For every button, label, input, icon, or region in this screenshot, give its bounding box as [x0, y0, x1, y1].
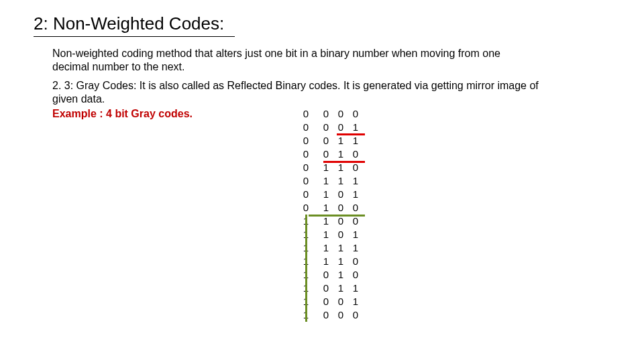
gray-code-bit: 0 — [299, 147, 313, 161]
gray-code-bit: 1 — [319, 255, 333, 268]
gray-code-bit: 0 — [348, 308, 363, 322]
gray-code-row: 0001 — [299, 121, 363, 134]
gray-code-bit: 1 — [333, 268, 348, 282]
paragraph-intro: Non-weighted coding method that alters j… — [52, 47, 508, 74]
reflection-line-3 — [309, 215, 365, 217]
gray-code-row: 1100 — [299, 215, 363, 228]
gray-code-bit: 1 — [319, 201, 333, 215]
gray-code-bit: 0 — [319, 134, 333, 147]
gray-code-bit: 1 — [319, 174, 333, 188]
gray-code-bit: 1 — [348, 134, 363, 147]
gray-code-bit: 0 — [333, 107, 348, 121]
gray-code-row: 1111 — [299, 241, 363, 255]
gray-code-bit: 0 — [319, 308, 333, 322]
gray-code-bit: 0 — [319, 107, 333, 121]
gray-code-bit: 1 — [333, 134, 348, 147]
gray-code-row: 1101 — [299, 228, 363, 241]
gray-code-bit: 0 — [319, 268, 333, 282]
gray-code-bit: 1 — [319, 241, 333, 255]
reflection-line-vertical — [305, 215, 307, 322]
gray-code-bit: 0 — [299, 107, 313, 121]
gray-code-bit: 0 — [333, 228, 348, 241]
gray-code-row: 1011 — [299, 282, 363, 295]
gray-code-bit: 0 — [348, 268, 363, 282]
paragraph-gray-codes: 2. 3: Gray Codes: It is also called as R… — [52, 79, 549, 106]
reflection-line-1 — [337, 133, 365, 135]
gray-code-row: 1010 — [299, 268, 363, 282]
gray-code-row: 0100 — [299, 201, 363, 215]
gray-code-bit: 1 — [319, 228, 333, 241]
gray-code-bit: 0 — [348, 107, 363, 121]
gray-code-bit: 0 — [319, 121, 333, 134]
gray-code-bit: 0 — [299, 174, 313, 188]
gray-code-bit: 0 — [348, 161, 363, 174]
gray-code-bit: 0 — [333, 215, 348, 228]
gray-code-bit: 1 — [319, 215, 333, 228]
gray-code-bit: 1 — [333, 255, 348, 268]
gray-code-row: 0010 — [299, 147, 363, 161]
gray-code-bit: 0 — [348, 147, 363, 161]
title-underline — [34, 36, 235, 37]
gray-code-row: 0111 — [299, 174, 363, 188]
gray-code-bit: 1 — [333, 161, 348, 174]
gray-code-bit: 0 — [333, 295, 348, 308]
gray-code-bit: 1 — [319, 188, 333, 201]
gray-code-bit: 0 — [319, 282, 333, 295]
gray-code-bit: 0 — [319, 147, 333, 161]
gray-code-bit: 1 — [333, 174, 348, 188]
gray-code-bit: 0 — [348, 215, 363, 228]
gray-code-bit: 1 — [348, 228, 363, 241]
gray-code-bit: 1 — [333, 241, 348, 255]
gray-code-bit: 1 — [348, 188, 363, 201]
gray-code-bit: 0 — [319, 295, 333, 308]
gray-code-bit: 1 — [319, 161, 333, 174]
gray-code-bit: 0 — [299, 188, 313, 201]
gray-code-row: 1110 — [299, 255, 363, 268]
gray-code-bit: 0 — [299, 201, 313, 215]
slide: 2: Non-Weighted Codes: Non-weighted codi… — [0, 0, 644, 362]
gray-code-row: 0000 — [299, 107, 363, 121]
gray-code-row: 1001 — [299, 295, 363, 308]
reflection-line-2 — [323, 161, 365, 163]
gray-code-row: 1000 — [299, 308, 363, 322]
gray-code-bit: 1 — [348, 295, 363, 308]
gray-code-bit: 0 — [348, 201, 363, 215]
gray-code-bit: 0 — [333, 201, 348, 215]
slide-title: 2: Non-Weighted Codes: — [34, 13, 224, 34]
gray-code-bit: 0 — [299, 161, 313, 174]
gray-code-bit: 1 — [348, 282, 363, 295]
example-label: Example : 4 bit Gray codes. — [52, 108, 193, 120]
gray-code-bit: 0 — [348, 255, 363, 268]
gray-code-bit: 1 — [333, 147, 348, 161]
gray-code-row: 0110 — [299, 161, 363, 174]
gray-code-bit: 0 — [299, 134, 313, 147]
gray-code-bit: 1 — [348, 174, 363, 188]
gray-code-bit: 1 — [333, 282, 348, 295]
gray-code-bit: 0 — [333, 188, 348, 201]
gray-code-bit: 1 — [348, 121, 363, 134]
gray-code-bit: 0 — [333, 121, 348, 134]
gray-code-bit: 1 — [348, 241, 363, 255]
gray-code-row: 0101 — [299, 188, 363, 201]
gray-code-row: 0011 — [299, 134, 363, 147]
gray-code-bit: 0 — [333, 308, 348, 322]
gray-code-bit: 0 — [299, 121, 313, 134]
